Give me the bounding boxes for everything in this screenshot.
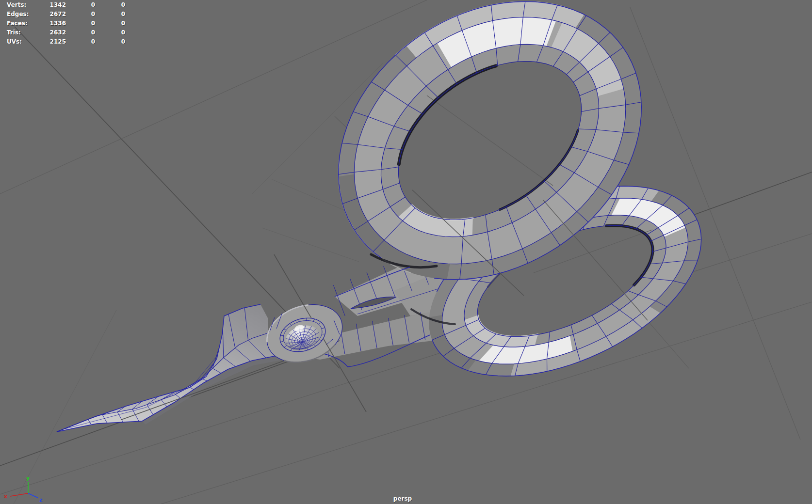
hud-row-edges: Edges: 2672 0 0: [7, 10, 125, 19]
hud-value: 0: [95, 28, 125, 37]
hud-value: 2672: [45, 10, 66, 19]
hud-row-tris: Tris: 2632 0 0: [7, 28, 125, 37]
z-axis-label: z: [39, 497, 42, 503]
hud-label: UVs:: [7, 37, 45, 47]
hud-value: 0: [95, 37, 125, 47]
x-axis-label: x: [4, 493, 7, 500]
hud-value: 0: [95, 10, 125, 19]
hud-row-verts: Verts: 1342 0 0: [7, 0, 125, 10]
axis-orientation-gizmo: y x z: [3, 474, 51, 504]
hud-value: 0: [66, 0, 95, 10]
hud-value: 1336: [45, 19, 66, 28]
y-axis-label: y: [26, 475, 30, 481]
hud-value: 1342: [45, 0, 66, 10]
hud-value: 0: [66, 19, 95, 28]
hud-row-faces: Faces: 1336 0 0: [7, 19, 125, 28]
poly-count-hud: Verts: 1342 0 0 Edges: 2672 0 0 Faces: 1…: [7, 0, 125, 47]
hud-value: 0: [95, 0, 125, 10]
hud-label: Verts:: [7, 0, 45, 10]
hud-row-uvs: UVs: 2125 0 0: [7, 37, 125, 47]
viewport-canvas[interactable]: [0, 0, 812, 504]
hud-value: 2632: [45, 28, 66, 37]
hud-label: Edges:: [7, 10, 45, 19]
camera-name-label: persp: [0, 495, 805, 502]
y-axis: y: [26, 475, 30, 493]
hud-value: 0: [66, 10, 95, 19]
z-axis: z: [28, 493, 42, 503]
hud-value: 0: [66, 37, 95, 47]
hud-value: 2125: [45, 37, 66, 47]
hud-value: 0: [95, 19, 125, 28]
blade: [57, 304, 297, 432]
x-axis: x: [4, 493, 28, 500]
hud-label: Tris:: [7, 28, 45, 37]
maya-3d-viewport[interactable]: Verts: 1342 0 0 Edges: 2672 0 0 Faces: 1…: [0, 0, 812, 504]
hud-value: 0: [66, 28, 95, 37]
hud-label: Faces:: [7, 19, 45, 28]
